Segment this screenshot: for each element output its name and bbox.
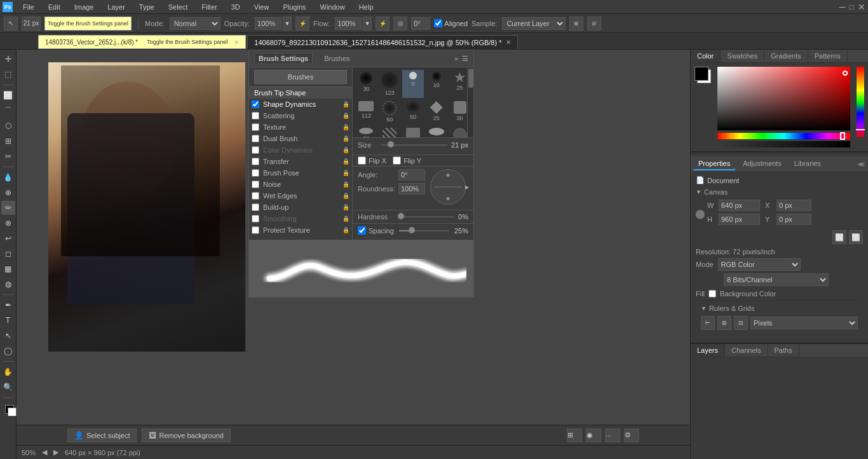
protect-texture-option[interactable]: Protect Texture 🔒 <box>249 224 352 236</box>
shape-dynamics-checkbox[interactable] <box>252 100 259 108</box>
panel-menu-btn[interactable]: ☰ <box>462 55 468 63</box>
scattering-option[interactable]: Scattering 🔒 <box>249 110 352 121</box>
pressure-btn[interactable]: ⊘ <box>587 17 601 31</box>
y-input[interactable] <box>776 214 811 225</box>
brushes-button[interactable]: Brushes <box>254 70 347 84</box>
ruler-btn-h[interactable]: ⊢ <box>701 316 715 330</box>
remove-background-btn[interactable]: 🖼 Remove background <box>142 428 231 442</box>
tool-history[interactable]: ↩ <box>1 231 15 245</box>
brush-cell-10[interactable]: 10 <box>425 70 447 98</box>
brush-cell-30[interactable]: 30 <box>355 70 377 98</box>
x-input[interactable] <box>776 200 811 211</box>
menu-window[interactable]: Window <box>316 2 349 12</box>
tool-move[interactable]: ↖ <box>4 17 18 31</box>
angle-value-input[interactable] <box>398 169 425 181</box>
dual-brush-checkbox[interactable] <box>252 135 259 142</box>
tool-path-select[interactable]: ↖ <box>1 329 15 343</box>
opacity-expand[interactable]: ▼ <box>283 17 292 31</box>
brush-settings-tab[interactable]: Brush Settings <box>254 53 313 64</box>
tool-zoom[interactable]: 🔍 <box>1 380 15 394</box>
brush-cell-100[interactable]: 100 <box>402 126 424 137</box>
texture-option[interactable]: Texture 🔒 <box>249 121 352 133</box>
tool-brush[interactable]: ✏ <box>1 201 15 215</box>
mode-select-right[interactable]: RGB Color <box>718 258 801 271</box>
height-input[interactable] <box>719 214 760 225</box>
foreground-swatch[interactable] <box>695 67 709 81</box>
color-rainbow-strip[interactable] <box>857 67 864 137</box>
tool-text[interactable]: T <box>1 313 15 327</box>
menu-filter[interactable]: Filter <box>198 2 220 12</box>
angle-input[interactable] <box>411 17 430 30</box>
props-tab-properties[interactable]: Properties <box>693 158 735 170</box>
flip-y-checkbox[interactable] <box>393 156 401 165</box>
brush-cell-8[interactable]: 8 <box>402 70 424 98</box>
props-tab-libraries[interactable]: Libraries <box>789 158 826 170</box>
menu-type[interactable]: Type <box>135 2 158 12</box>
menu-select[interactable]: Select <box>165 2 192 12</box>
more-options-btn[interactable]: ··· <box>605 428 620 442</box>
mask-btn[interactable]: ◉ <box>586 428 601 442</box>
tool-eyedropper[interactable]: 💧 <box>1 170 15 184</box>
menu-3d[interactable]: 3D <box>227 2 244 12</box>
bit-depth-select[interactable]: 8 Bits/Channel <box>724 273 829 286</box>
sample-select[interactable]: Current Layer <box>502 17 566 30</box>
alpha-slider[interactable] <box>717 141 850 147</box>
angle-dial[interactable]: ▶ <box>430 169 468 207</box>
sample-icon[interactable]: ⊕ <box>569 17 583 31</box>
menu-image[interactable]: Image <box>71 2 98 12</box>
tool-eraser[interactable]: ◻ <box>1 247 15 261</box>
color-gradient-picker[interactable] <box>717 67 850 130</box>
props-panel-collapse[interactable]: ≪ <box>858 160 865 168</box>
dual-brush-option[interactable]: Dual Brush 🔒 <box>249 133 352 144</box>
menu-view[interactable]: View <box>250 2 273 12</box>
color-tab-color[interactable]: Color <box>691 50 721 62</box>
select-subject-btn[interactable]: 👤 Select subject <box>67 428 137 442</box>
crop-content-btn[interactable]: ⊞ <box>567 428 582 442</box>
tool-marquee[interactable]: ⬜ <box>1 88 15 102</box>
brush-cell-127[interactable]: 127 <box>425 126 447 137</box>
nav-arrow-right[interactable]: ▶ <box>53 448 58 456</box>
canvas-image[interactable] <box>48 62 245 352</box>
tool-object-selection[interactable]: ⬡ <box>1 119 15 133</box>
tool-crop[interactable]: ⊞ <box>1 134 15 148</box>
foreground-color[interactable] <box>5 405 14 414</box>
tool-move[interactable]: ✛ <box>1 52 15 66</box>
menu-edit[interactable]: Edit <box>44 2 64 12</box>
roundness-value-input[interactable] <box>398 183 425 195</box>
color-dynamics-option[interactable]: Color Dynamics 🔒 <box>249 144 352 156</box>
brush-size-input[interactable]: 21 px <box>22 17 41 31</box>
flow-input[interactable] <box>335 17 362 30</box>
transfer-option[interactable]: Transfer 🔒 <box>249 156 352 167</box>
fill-checkbox[interactable] <box>709 290 716 298</box>
opacity-input[interactable] <box>255 17 281 30</box>
spacing-checkbox[interactable] <box>358 226 366 235</box>
menu-layer[interactable]: Layer <box>104 2 129 12</box>
landscape-btn[interactable]: ⬜ <box>849 230 863 244</box>
canvas-header[interactable]: ▼ Canvas <box>696 188 863 196</box>
minimize-btn[interactable]: ─ <box>839 2 846 12</box>
tab-1[interactable]: 14068079_892213010912636_152716148648615… <box>247 35 517 49</box>
brush-pose-option[interactable]: Brush Pose 🔒 <box>249 167 352 179</box>
layers-tab-layers[interactable]: Layers <box>691 344 725 357</box>
noise-checkbox[interactable] <box>252 181 259 188</box>
color-tab-swatches[interactable]: Swatches <box>721 50 764 62</box>
flip-x-checkbox[interactable] <box>358 156 366 165</box>
tab-0[interactable]: 14803736_Vector_2652.j...(k/8) * Toggle … <box>38 35 246 49</box>
wet-edges-option[interactable]: Wet Edges 🔒 <box>249 190 352 202</box>
transfer-checkbox[interactable] <box>252 158 259 165</box>
buildup-checkbox[interactable] <box>252 203 259 211</box>
noise-option[interactable]: Noise 🔒 <box>249 179 352 190</box>
menu-file[interactable]: File <box>19 2 38 12</box>
protect-texture-checkbox[interactable] <box>252 226 259 234</box>
tab-close-1[interactable]: ✕ <box>506 39 511 46</box>
flow-expand[interactable]: ▼ <box>363 17 372 31</box>
tool-artboard[interactable]: ⬚ <box>1 67 15 81</box>
color-tab-gradients[interactable]: Gradients <box>764 50 808 62</box>
tool-hand[interactable]: ✋ <box>1 365 15 379</box>
tool-pen[interactable]: ✒ <box>1 298 15 312</box>
brush-cell-123[interactable]: 123 <box>379 70 401 98</box>
width-input[interactable] <box>719 200 760 211</box>
brush-cell-60b[interactable]: 60 <box>379 126 401 137</box>
mode-select[interactable]: Normal <box>170 17 220 30</box>
tool-lasso[interactable]: ⌒ <box>1 104 15 118</box>
